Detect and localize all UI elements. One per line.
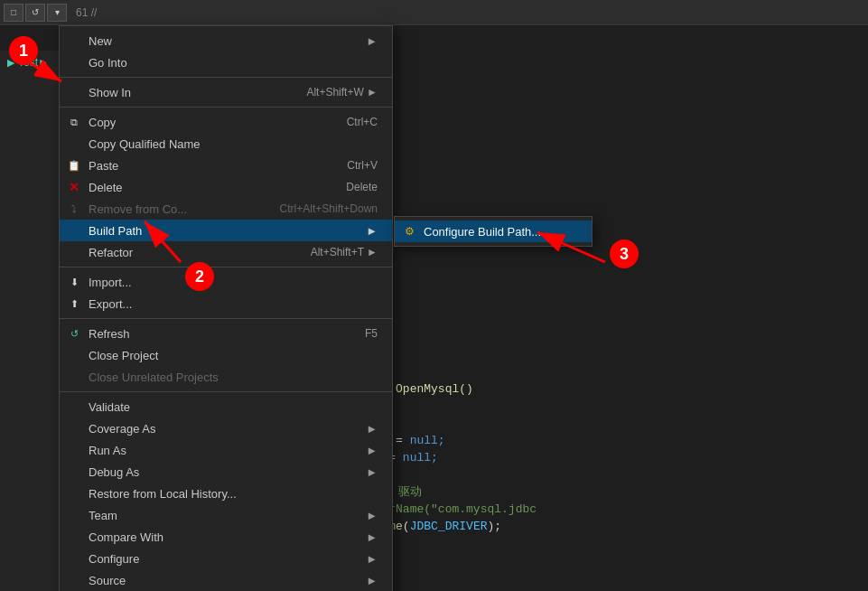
build-path-arrow-icon: ►	[366, 224, 378, 238]
menu-label-compare-with: Compare With	[89, 530, 163, 544]
menu-label-debug-as: Debug As	[89, 465, 139, 479]
source-arrow-icon: ►	[366, 574, 378, 587]
annotation-number-1: 1	[9, 36, 38, 65]
menu-label-configure: Configure	[89, 552, 139, 566]
refresh-icon: ↺	[67, 326, 81, 341]
show-in-shortcut: Alt+Shift+W ►	[306, 86, 378, 98]
menu-item-source[interactable]: Source ►	[60, 569, 392, 591]
submenu-item-configure-build-path[interactable]: ⚙ Configure Build Path...	[395, 220, 592, 242]
menu-label-paste: Paste	[89, 159, 118, 173]
separator-5	[60, 391, 392, 392]
new-arrow-icon: ►	[366, 34, 378, 48]
menu-label-delete: Delete	[89, 181, 123, 194]
menu-label-team: Team	[89, 509, 117, 522]
menu-label-build-path: Build Path	[89, 224, 142, 238]
delete-shortcut: Delete	[346, 181, 378, 193]
menu-label-close-unrelated: Close Unrelated Projects	[89, 371, 219, 384]
refactor-shortcut: Alt+Shift+T ►	[311, 246, 378, 258]
menu-item-import[interactable]: ⬇ Import...	[60, 271, 392, 293]
import-icon: ⬇	[67, 275, 81, 289]
remove-from-shortcut: Ctrl+Alt+Shift+Down	[280, 202, 378, 215]
menu-item-copy-qualified[interactable]: Copy Qualified Name	[60, 133, 392, 155]
menu-item-go-into[interactable]: Go Into	[60, 52, 392, 73]
menu-label-new: New	[89, 34, 112, 48]
toolbar-btn-3[interactable]: ▾	[47, 4, 67, 22]
menu-item-copy[interactable]: ⧉ Copy Ctrl+C	[60, 111, 392, 133]
menu-label-validate: Validate	[89, 400, 130, 414]
menu-label-coverage-as: Coverage As	[89, 422, 155, 436]
menu-item-compare-with[interactable]: Compare With ►	[60, 526, 392, 548]
menu-item-export[interactable]: ⬆ Export...	[60, 293, 392, 314]
menu-label-export: Export...	[89, 297, 132, 311]
compare-with-arrow-icon: ►	[366, 530, 378, 544]
menu-label-copy-qualified: Copy Qualified Name	[89, 137, 201, 151]
annotation-number-3: 3	[610, 239, 639, 268]
submenu-label-configure-build-path: Configure Build Path...	[424, 225, 541, 239]
separator-4	[60, 318, 392, 319]
remove-from-icon: ⤵	[67, 202, 81, 216]
toolbar: □ ↺ ▾ 61 //	[0, 0, 868, 25]
menu-label-source: Source	[89, 574, 126, 587]
menu-label-refresh: Refresh	[89, 327, 130, 341]
context-menu: New ► Go Into Show In Alt+Shift+W ► ⧉ Co…	[59, 25, 393, 591]
menu-label-refactor: Refactor	[89, 246, 133, 259]
menu-label-copy: Copy	[89, 116, 116, 129]
menu-label-import: Import...	[89, 276, 132, 289]
menu-item-close-unrelated[interactable]: Close Unrelated Projects	[60, 366, 392, 388]
menu-item-restore-history[interactable]: Restore from Local History...	[60, 483, 392, 504]
menu-item-build-path[interactable]: Build Path ► ⚙ Configure Build Path...	[60, 220, 392, 241]
separator-2	[60, 107, 392, 108]
toolbar-btn-1[interactable]: □	[4, 4, 23, 22]
menu-label-remove-from: Remove from Co...	[89, 202, 187, 216]
menu-label-run-as: Run As	[89, 444, 126, 457]
menu-label-show-in: Show In	[89, 86, 131, 99]
refresh-shortcut: F5	[365, 327, 378, 340]
paste-shortcut: Ctrl+V	[347, 159, 378, 172]
copy-icon: ⧉	[67, 115, 81, 129]
menu-item-remove-from[interactable]: ⤵ Remove from Co... Ctrl+Alt+Shift+Down	[60, 198, 392, 220]
menu-item-paste[interactable]: 📋 Paste Ctrl+V	[60, 155, 392, 176]
menu-item-refresh[interactable]: ↺ Refresh F5	[60, 323, 392, 344]
copy-shortcut: Ctrl+C	[347, 116, 378, 128]
menu-label-restore-history: Restore from Local History...	[89, 487, 237, 501]
run-as-arrow-icon: ►	[366, 444, 378, 457]
menu-item-debug-as[interactable]: Debug As ►	[60, 461, 392, 483]
menu-item-team[interactable]: Team ►	[60, 504, 392, 526]
menu-item-run-as[interactable]: Run As ►	[60, 439, 392, 461]
menu-item-close-project[interactable]: Close Project	[60, 344, 392, 366]
team-arrow-icon: ►	[366, 509, 378, 522]
coverage-as-arrow-icon: ►	[366, 422, 378, 436]
annotation-number-2: 2	[185, 262, 214, 291]
menu-item-coverage-as[interactable]: Coverage As ►	[60, 417, 392, 439]
paste-icon: 📋	[67, 158, 81, 173]
menu-label-go-into: Go Into	[89, 56, 127, 70]
separator-1	[60, 77, 392, 78]
menu-item-validate[interactable]: Validate	[60, 396, 392, 417]
separator-3	[60, 267, 392, 267]
toolbar-btn-2[interactable]: ↺	[25, 4, 45, 22]
menu-item-show-in[interactable]: Show In Alt+Shift+W ►	[60, 81, 392, 103]
menu-item-delete[interactable]: ✕ Delete Delete	[60, 176, 392, 198]
line-indicator: 61 //	[76, 6, 97, 19]
menu-item-configure[interactable]: Configure ►	[60, 548, 392, 569]
configure-arrow-icon: ►	[366, 552, 378, 566]
debug-as-arrow-icon: ►	[366, 465, 378, 479]
delete-icon: ✕	[67, 180, 81, 194]
menu-label-close-project: Close Project	[89, 349, 158, 362]
configure-build-path-icon: ⚙	[402, 224, 416, 239]
build-path-submenu: ⚙ Configure Build Path...	[394, 216, 593, 247]
menu-item-refactor[interactable]: Refactor Alt+Shift+T ►	[60, 241, 392, 263]
menu-item-new[interactable]: New ►	[60, 30, 392, 52]
export-icon: ⬆	[67, 296, 81, 311]
